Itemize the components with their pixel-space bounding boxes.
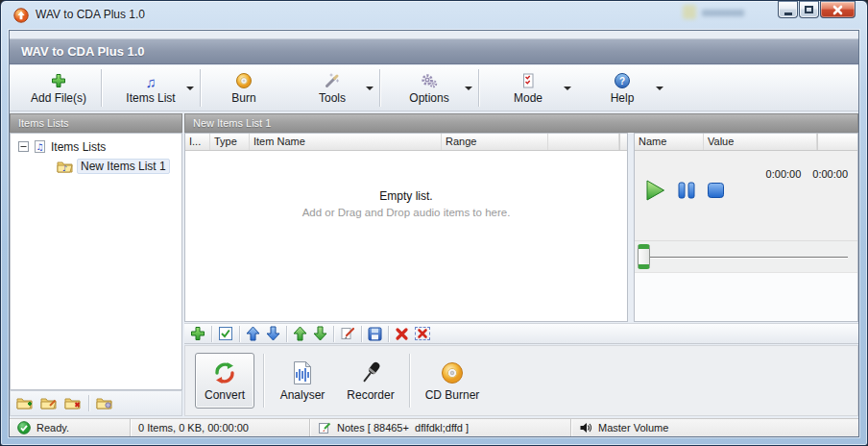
analyser-button[interactable]: Analyser	[273, 353, 332, 409]
collapse-icon[interactable]	[18, 141, 29, 152]
column-item-name[interactable]: Item Name	[250, 134, 442, 150]
speaker-icon	[579, 421, 592, 434]
items-list[interactable]: I... Type Item Name Range Empty list. Ad…	[184, 133, 628, 322]
column-name[interactable]: Name	[635, 134, 704, 150]
check-items-icon[interactable]	[218, 326, 233, 341]
footer-separator	[88, 395, 89, 411]
maximize-button[interactable]	[799, 1, 819, 18]
items-lists-panel-header: Items Lists	[10, 113, 182, 133]
launcher-label: CD Burner	[425, 388, 480, 402]
play-icon[interactable]	[642, 178, 667, 203]
dropdown-arrow-icon[interactable]	[656, 87, 663, 90]
toolbar-options-button[interactable]: Options	[381, 65, 477, 111]
status-notes-segment[interactable]: Notes [ 88465+ dflfdkl;dffd ]	[310, 419, 571, 436]
toolbar-burn-button[interactable]: Burn	[202, 65, 286, 111]
sort-down-icon[interactable]	[313, 326, 327, 341]
column-range[interactable]: Range	[442, 134, 548, 150]
pause-icon[interactable]	[678, 181, 696, 200]
toolbar-separator	[333, 326, 334, 342]
delete-list-icon[interactable]	[64, 396, 82, 410]
svg-text:♪: ♪	[62, 164, 67, 173]
music-folder-icon: ♪	[57, 160, 73, 173]
minimize-icon	[784, 12, 792, 15]
toolbar-items-list-button[interactable]: ♫ Items List	[103, 65, 199, 111]
save-list-icon[interactable]	[368, 327, 382, 341]
tree-root-row[interactable]: ♫ Items Lists	[18, 139, 106, 154]
launcher-separator	[263, 354, 264, 408]
dropdown-arrow-icon[interactable]	[564, 87, 571, 90]
launcher-separator	[409, 354, 410, 408]
column-header-corner	[817, 134, 857, 150]
empty-list-title: Empty list.	[185, 189, 627, 203]
delete-item-icon[interactable]	[395, 327, 409, 341]
client-area: WAV to CDA Plus 1.0 Add File(s) ♫ Items …	[9, 30, 859, 437]
empty-list-subtitle: Add or Drag and Drop audio items to here…	[185, 207, 627, 218]
list-edit-toolbar	[184, 323, 858, 344]
main-toolbar: Add File(s) ♫ Items List Burn Tools	[10, 65, 858, 112]
properties-column-header: Name Value	[635, 134, 857, 151]
toolbar-label: Options	[409, 91, 448, 105]
svg-text:?: ?	[619, 76, 625, 87]
dropdown-arrow-icon[interactable]	[366, 87, 374, 90]
column-value[interactable]: Value	[704, 134, 817, 150]
toolbar-separator	[379, 69, 380, 107]
delete-all-icon[interactable]	[415, 327, 430, 340]
tree-child-row[interactable]: ♪ New Items List 1	[57, 159, 170, 174]
dropdown-arrow-icon[interactable]	[186, 87, 194, 90]
status-items-text: 0 Items, 0 KB, 00:00:00	[138, 422, 249, 434]
cd-burner-button[interactable]: CD Burner	[419, 353, 486, 409]
column-id[interactable]: I...	[185, 134, 210, 150]
tree-root-label: Items Lists	[51, 140, 106, 154]
toolbar-help-button[interactable]: ? Help	[576, 65, 668, 111]
add-item-icon[interactable]	[190, 326, 205, 341]
toolbar-mode-button[interactable]: Mode	[480, 65, 576, 111]
toolbar-label: Burn	[231, 91, 255, 105]
minimize-button[interactable]	[778, 1, 798, 18]
launcher-label: Recorder	[347, 388, 394, 402]
dropdown-arrow-icon[interactable]	[465, 87, 472, 90]
list-settings-icon[interactable]	[96, 396, 113, 410]
add-file-icon	[50, 71, 67, 89]
toolbar-label: Add File(s)	[31, 91, 86, 105]
edit-list-icon[interactable]	[40, 396, 58, 410]
app-window: WAV to CDA Plus 1.0 WAV to CDA Plus 1.0 …	[0, 0, 868, 446]
column-type[interactable]: Type	[210, 134, 250, 150]
status-ready-text: Ready.	[36, 422, 69, 434]
move-down-icon[interactable]	[266, 326, 280, 341]
properties-panel: Name Value 0:00:00 0:00:00	[634, 133, 858, 322]
player-controls	[642, 178, 725, 203]
status-items-segment: 0 Items, 0 KB, 00:00:00	[131, 419, 310, 436]
cd-burner-icon	[440, 360, 465, 385]
launcher-panel: Convert Analyser Recorder CD Burner	[184, 345, 858, 416]
items-list-panel-header: New Items List 1	[184, 113, 858, 133]
toolbar-add-files-button[interactable]: Add File(s)	[17, 65, 100, 111]
toolbar-separator	[388, 326, 389, 342]
items-list-column-header: I... Type Item Name Range	[185, 134, 627, 151]
seek-slider[interactable]	[635, 241, 857, 273]
lists-footer-toolbar	[10, 390, 182, 416]
stop-icon[interactable]	[707, 181, 725, 200]
tree-child-label: New Items List 1	[77, 159, 170, 174]
recorder-button[interactable]: Recorder	[341, 353, 400, 409]
checklist-icon	[519, 71, 537, 89]
status-volume-segment[interactable]: Master Volume	[571, 419, 858, 436]
close-button[interactable]	[820, 1, 856, 18]
seek-slider-track[interactable]	[640, 257, 848, 258]
items-lists-tree[interactable]: ♫ Items Lists ♪ New Items List 1	[10, 133, 182, 390]
edit-item-icon[interactable]	[340, 326, 355, 341]
titlebar[interactable]: WAV to CDA Plus 1.0	[1, 1, 867, 30]
toolbar-separator	[200, 69, 201, 107]
status-bar: Ready. 0 Items, 0 KB, 00:00:00 Notes [ 8…	[10, 418, 858, 436]
move-up-icon[interactable]	[246, 326, 260, 341]
toolbar-separator	[239, 326, 240, 342]
add-list-icon[interactable]	[16, 396, 34, 410]
app-icon	[13, 8, 29, 23]
convert-button[interactable]: Convert	[195, 353, 254, 409]
elapsed-time: 0:00:00	[766, 168, 802, 180]
column-extra[interactable]	[548, 134, 619, 150]
toolbar-tools-button[interactable]: Tools	[286, 65, 378, 111]
sort-up-icon[interactable]	[293, 326, 307, 341]
toolbar-separator	[361, 326, 362, 342]
desktop-peek-blob	[702, 10, 744, 16]
seek-slider-thumb[interactable]	[638, 244, 650, 269]
